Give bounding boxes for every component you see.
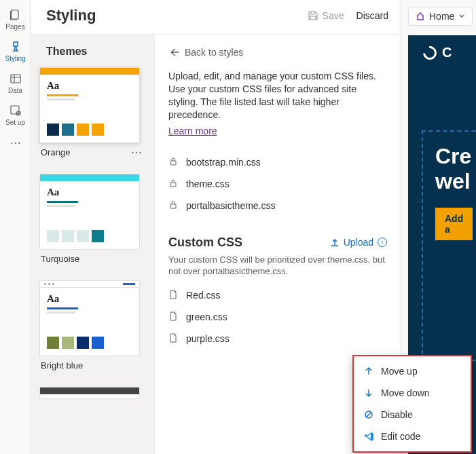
ellipsis-icon: ⋯: [9, 136, 22, 149]
custom-css-heading: Custom CSS: [168, 235, 242, 250]
theme-item-orange[interactable]: Aa Orange ⋯: [31, 67, 154, 174]
themes-column: Themes Aa Orange ⋯: [31, 35, 155, 454]
arrow-down-icon: [363, 387, 374, 398]
file-icon: [168, 333, 179, 344]
save-button: Save: [308, 10, 344, 21]
styles-description: Upload, edit, and manage your custom CSS…: [168, 70, 387, 121]
disable-icon: [363, 409, 374, 420]
ctx-disable[interactable]: Disable: [354, 404, 471, 425]
theme-item-next[interactable]: [31, 387, 154, 399]
nav-setup[interactable]: Set up: [1, 100, 31, 132]
arrow-left-icon: [168, 47, 179, 58]
learn-more-link[interactable]: Learn more: [168, 126, 217, 136]
upload-icon: [330, 238, 340, 247]
file-icon: [168, 290, 179, 301]
setup-icon: [9, 104, 22, 117]
file-row[interactable]: theme.css: [168, 173, 387, 195]
file-name: green.css: [186, 311, 227, 322]
file-name: Red.css: [186, 290, 221, 301]
custom-file-list: Red.css green.css purple.css: [168, 284, 387, 349]
file-name: portalbasictheme.css: [186, 200, 276, 211]
file-row[interactable]: Red.css: [168, 284, 387, 306]
back-label: Back to styles: [185, 47, 243, 58]
svg-rect-5: [170, 183, 176, 187]
ctx-label: Move down: [381, 387, 430, 398]
arrow-up-icon: [363, 366, 374, 377]
context-menu: Move up Move down Disable Edit code: [352, 355, 472, 453]
discard-button[interactable]: Discard: [356, 10, 388, 21]
ctx-label: Edit code: [381, 431, 420, 442]
site-logo-icon: [420, 43, 439, 62]
lock-icon: [168, 157, 179, 168]
lock-icon: [168, 178, 179, 189]
file-row[interactable]: purple.css: [168, 328, 387, 349]
theme-name: Turquoise: [41, 254, 79, 264]
custom-css-desc: Your custom CSS will be prioritized over…: [168, 254, 387, 278]
vscode-icon: [363, 431, 374, 442]
chevron-down-icon: [458, 13, 465, 20]
file-row[interactable]: portalbasictheme.css: [168, 195, 387, 216]
upload-button[interactable]: Upload i: [330, 237, 387, 248]
panel-header: Styling Save Discard: [31, 0, 401, 35]
info-icon[interactable]: i: [378, 238, 387, 247]
nav-data-label: Data: [8, 87, 22, 94]
ctx-edit-code[interactable]: Edit code: [354, 425, 471, 447]
left-nav-rail: Pages Styling Data Set up ⋯: [0, 0, 31, 454]
file-name: purple.css: [186, 333, 230, 344]
theme-aa: Aa: [47, 80, 132, 92]
nav-more[interactable]: ⋯: [1, 132, 31, 155]
theme-item-turquoise[interactable]: Aa Turquoise: [31, 174, 154, 280]
back-to-styles[interactable]: Back to styles: [168, 47, 387, 58]
svg-rect-4: [170, 161, 176, 165]
theme-aa: Aa: [47, 293, 132, 305]
save-icon: [308, 10, 318, 21]
theme-name: Orange: [41, 147, 70, 157]
svg-rect-1: [11, 75, 20, 83]
home-icon: [416, 12, 425, 21]
nav-pages-label: Pages: [5, 23, 24, 31]
theme-aa: Aa: [47, 187, 132, 198]
brush-icon: [9, 40, 22, 54]
nav-pages[interactable]: Pages: [1, 4, 31, 36]
theme-more-button[interactable]: ⋯: [128, 149, 145, 157]
svg-rect-2: [11, 106, 19, 114]
hero-cta-button[interactable]: Add a: [435, 208, 473, 240]
site-title: C: [442, 45, 452, 60]
home-breadcrumb[interactable]: Home: [408, 7, 473, 26]
hero-selection[interactable]: Cre wel Add a: [422, 130, 476, 361]
file-icon: [168, 311, 179, 322]
upload-label: Upload: [344, 237, 373, 248]
svg-rect-0: [12, 10, 18, 19]
main-panel: Styling Save Discard Themes: [31, 0, 401, 454]
file-row[interactable]: bootstrap.min.css: [168, 151, 387, 173]
file-row[interactable]: green.css: [168, 306, 387, 328]
discard-label: Discard: [356, 10, 388, 21]
data-icon: [9, 72, 22, 86]
save-label: Save: [323, 10, 344, 21]
nav-data[interactable]: Data: [1, 68, 31, 100]
ctx-label: Move up: [381, 366, 418, 377]
svg-rect-6: [170, 204, 176, 208]
pages-icon: [9, 8, 22, 22]
ctx-move-down[interactable]: Move down: [354, 382, 471, 404]
builtin-file-list: bootstrap.min.css theme.css portalbasict…: [168, 151, 387, 216]
ctx-label: Disable: [381, 409, 413, 420]
nav-styling[interactable]: Styling: [1, 36, 31, 68]
nav-styling-label: Styling: [5, 55, 25, 62]
ctx-move-up[interactable]: Move up: [354, 360, 471, 382]
page-title: Styling: [46, 7, 96, 24]
lock-icon: [168, 200, 179, 211]
home-label: Home: [429, 11, 454, 22]
theme-name: Bright blue: [41, 360, 83, 371]
nav-setup-label: Set up: [5, 119, 25, 126]
file-name: theme.css: [186, 178, 230, 189]
theme-item-brightblue[interactable]: Aa Bright blue: [31, 280, 154, 387]
themes-heading: Themes: [31, 35, 154, 67]
file-name: bootstrap.min.css: [186, 157, 261, 168]
